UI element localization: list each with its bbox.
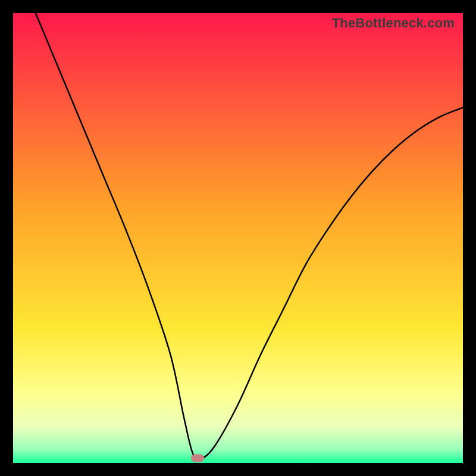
optimal-marker: [191, 455, 204, 462]
plot-area: TheBottleneck.com: [13, 13, 463, 463]
chart-frame: TheBottleneck.com: [0, 0, 476, 476]
watermark-text: TheBottleneck.com: [332, 15, 455, 31]
bottleneck-curve: [13, 13, 463, 463]
curve-path: [36, 13, 463, 459]
